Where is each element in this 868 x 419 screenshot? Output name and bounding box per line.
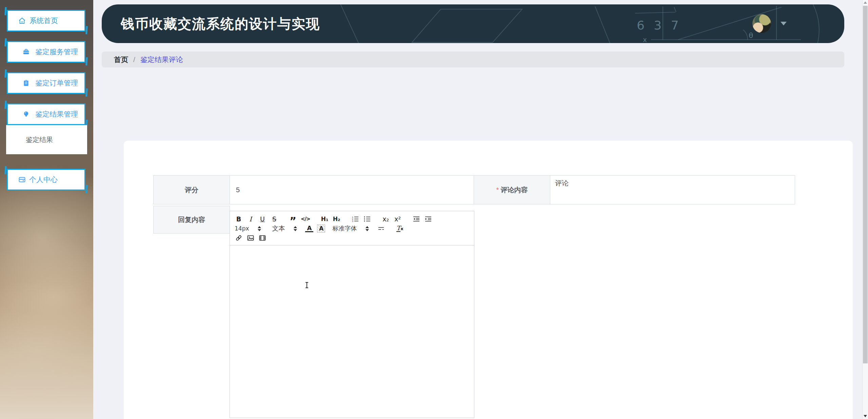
comment-label-text: 评论内容 (500, 185, 528, 195)
paragraph-format-value: 文本 (272, 224, 285, 233)
briefcase-icon (22, 48, 30, 56)
breadcrumb-current[interactable]: 鉴定结果评论 (140, 55, 183, 64)
svg-text:3: 3 (352, 220, 353, 222)
sidebar-item-label: 系统首页 (29, 16, 58, 25)
clear-format-button[interactable]: Tx (396, 224, 404, 233)
image-icon[interactable] (246, 234, 255, 242)
strikethrough-button[interactable]: S (270, 215, 278, 223)
sketch-x: x (643, 36, 647, 43)
code-button[interactable]: </> (301, 215, 310, 223)
paragraph-format-picker[interactable]: 文本 (272, 224, 300, 233)
heading2-button[interactable]: H₂ (333, 215, 341, 223)
sketch-theta: θ (749, 31, 753, 40)
underline-button[interactable]: U (258, 215, 267, 223)
user-avatar[interactable] (752, 14, 771, 33)
sidebar-item-label: 个人中心 (29, 175, 58, 184)
vertical-scrollbar (862, 0, 868, 419)
bullet-list-icon[interactable] (363, 215, 371, 223)
heading1-button[interactable]: H₁ (321, 215, 329, 223)
score-label: 评分 (153, 175, 230, 204)
link-icon[interactable] (235, 234, 243, 242)
page-title: 钱币收藏交流系统的设计与实现 (121, 15, 320, 33)
bulb-icon (22, 110, 30, 118)
required-mark: * (496, 186, 499, 194)
editor-toolbar: B I U S ” </> H₁ H₂ 123 x₂ x² (230, 211, 474, 245)
toolbar-row-2: 14px 文本 A A 标准字体 (235, 224, 470, 233)
comment-field[interactable]: 评论 (550, 175, 795, 204)
text-color-button[interactable]: A (305, 225, 313, 232)
sidebar-item-home[interactable]: 系统首页 (7, 10, 85, 32)
ordered-list-icon[interactable]: 123 (351, 215, 359, 223)
sidebar-item-service-mgmt[interactable]: 鉴定服务管理 (7, 41, 85, 63)
font-size-value: 14px (235, 225, 249, 232)
toolbar-row-1: B I U S ” </> H₁ H₂ 123 x₂ x² (235, 214, 470, 224)
reply-label: 回复内容 (153, 206, 230, 234)
editor-content-area[interactable] (230, 245, 474, 416)
main-area: 6 3 7 θ x 钱币收藏交流系统的设计与实现 首页 / 鉴定结果评论 评分 … (93, 0, 868, 419)
score-value: 5 (236, 186, 240, 194)
font-family-value: 标准字体 (332, 224, 357, 233)
card-icon (18, 176, 26, 184)
sidebar-submenu: 鉴定结果 (6, 125, 87, 154)
align-icon[interactable] (377, 224, 385, 233)
scrollbar-thumb[interactable] (863, 6, 868, 363)
subscript-button[interactable]: x₂ (382, 215, 390, 223)
clipboard-icon (22, 79, 30, 87)
outdent-icon[interactable] (412, 215, 420, 223)
scrollbar-up-arrow-icon[interactable] (864, 1, 867, 4)
app-header: 6 3 7 θ x 钱币收藏交流系统的设计与实现 (102, 4, 844, 43)
sidebar-item-order-mgmt[interactable]: 鉴定订单管理 (7, 72, 85, 94)
updown-caret-icon (294, 226, 297, 231)
sidebar-item-profile[interactable]: 个人中心 (7, 169, 85, 191)
score-field[interactable]: 5 (230, 175, 474, 204)
font-family-picker[interactable]: 标准字体 (332, 224, 372, 233)
updown-caret-icon (366, 226, 369, 231)
sidebar-item-label: 鉴定结果管理 (35, 109, 78, 119)
highlight-color-button[interactable]: A (317, 224, 325, 233)
bold-button[interactable]: B (235, 215, 243, 223)
breadcrumb: 首页 / 鉴定结果评论 (102, 52, 844, 67)
clear-format-t: T (396, 225, 400, 232)
sidebar-item-result-mgmt[interactable]: 鉴定结果管理 (7, 103, 85, 125)
score-label-text: 评分 (185, 185, 198, 195)
scrollbar-down-arrow-icon[interactable] (864, 415, 867, 417)
breadcrumb-home[interactable]: 首页 (114, 55, 128, 64)
sidebar-subitem-result[interactable]: 鉴定结果 (26, 135, 53, 144)
breadcrumb-separator: / (133, 56, 135, 64)
font-size-picker[interactable]: 14px (235, 225, 264, 232)
toolbar-row-3 (235, 233, 470, 243)
updown-caret-icon (258, 226, 261, 231)
sidebar-item-label: 鉴定服务管理 (35, 47, 78, 57)
sidebar: 系统首页 鉴定服务管理 鉴定订单管理 鉴定结果管理 鉴定结果 个人中心 (0, 0, 93, 419)
video-icon[interactable] (258, 234, 267, 242)
superscript-button[interactable]: x² (394, 215, 402, 223)
comment-label: * 评论内容 (474, 175, 550, 204)
clear-format-x: x (400, 226, 403, 231)
avatar-dropdown-caret-icon[interactable] (781, 22, 787, 25)
indent-icon[interactable] (424, 215, 432, 223)
reply-label-text: 回复内容 (178, 215, 205, 224)
rich-text-editor: B I U S ” </> H₁ H₂ 123 x₂ x² (230, 211, 474, 418)
sidebar-item-label: 鉴定订单管理 (35, 78, 78, 88)
home-icon (18, 17, 26, 25)
sketch-number: 6 3 7 (637, 18, 682, 32)
italic-button[interactable]: I (246, 215, 255, 223)
text-cursor-icon (305, 282, 309, 288)
comment-value: 评论 (555, 179, 569, 187)
content-card: 评分 5 * 评论内容 评论 回复内容 B I U S ” </> (124, 141, 853, 419)
blockquote-button[interactable]: ” (289, 215, 297, 223)
